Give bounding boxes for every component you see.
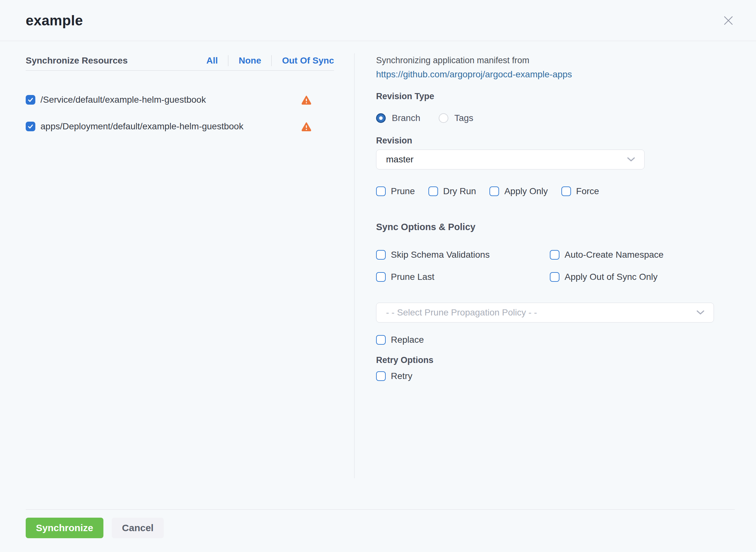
force-label: Force (576, 186, 599, 196)
skip-schema-validations-label: Skip Schema Validations (391, 250, 490, 260)
sync-flags: Prune Dry Run Apply Only Force (376, 186, 714, 196)
replace-checkbox[interactable] (376, 335, 386, 345)
radio-branch[interactable] (376, 113, 386, 123)
apply-only-checkbox[interactable] (490, 186, 499, 196)
check-icon (27, 123, 34, 130)
option-apply-out-of-sync-only: Apply Out of Sync Only (550, 272, 714, 282)
resources-heading: Synchronize Resources (26, 55, 127, 66)
prune-label: Prune (391, 186, 415, 196)
resource-row: apps/Deployment/default/example-helm-gue… (26, 121, 334, 132)
resource-label: /Service/default/example-helm-guestbook (40, 95, 206, 105)
radio-branch-label: Branch (392, 113, 420, 123)
page-title: example (26, 12, 83, 28)
retry-options-heading: Retry Options (376, 354, 714, 367)
sync-options-panel: Synchronizing application manifest from … (376, 41, 714, 381)
panel-divider (354, 53, 354, 478)
sync-options-grid: Skip Schema Validations Auto-Create Name… (376, 250, 714, 282)
resource-row: /Service/default/example-helm-guestbook (26, 95, 334, 105)
dry-run-label: Dry Run (443, 186, 476, 196)
option-auto-create-namespace: Auto-Create Namespace (550, 250, 714, 260)
warning-icon (301, 95, 312, 105)
sync-modal: example Synchronize Resources All None O… (0, 0, 756, 552)
prune-checkbox[interactable] (376, 186, 386, 196)
resource-checkbox[interactable] (26, 95, 35, 105)
chevron-down-icon (696, 310, 705, 315)
resources-header: Synchronize Resources All None Out Of Sy… (26, 54, 334, 71)
flag-dry-run: Dry Run (428, 186, 476, 196)
option-retry: Retry (376, 371, 714, 381)
revision-select[interactable]: master (376, 150, 645, 169)
resource-filters: All None Out Of Sync (206, 55, 334, 66)
warning-icon (301, 122, 312, 131)
filter-out-of-sync[interactable]: Out Of Sync (282, 55, 334, 66)
filter-none[interactable]: None (239, 55, 261, 66)
skip-schema-validations-checkbox[interactable] (376, 250, 386, 260)
revision-select-value: master (386, 154, 414, 165)
modal-content: Synchronize Resources All None Out Of Sy… (0, 41, 756, 381)
retry-label: Retry (391, 371, 412, 381)
option-replace: Replace (376, 335, 714, 345)
apply-out-of-sync-only-label: Apply Out of Sync Only (565, 272, 657, 282)
apply-only-label: Apply Only (504, 186, 548, 196)
flag-force: Force (561, 186, 599, 196)
option-skip-schema-validations: Skip Schema Validations (376, 250, 550, 260)
synchronize-button[interactable]: Synchronize (26, 518, 103, 538)
resource-label: apps/Deployment/default/example-helm-gue… (40, 121, 243, 132)
force-checkbox[interactable] (561, 186, 571, 196)
prune-propagation-policy-select[interactable]: - - Select Prune Propagation Policy - - (376, 303, 714, 322)
revision-type-options: Branch Tags (376, 112, 714, 125)
revision-type-label: Revision Type (376, 90, 714, 103)
radio-tags-label: Tags (454, 113, 473, 123)
close-icon[interactable] (722, 14, 735, 27)
check-icon (27, 97, 34, 103)
cancel-button[interactable]: Cancel (112, 518, 164, 538)
prune-last-checkbox[interactable] (376, 272, 386, 282)
resources-panel: Synchronize Resources All None Out Of Sy… (26, 41, 334, 381)
apply-out-of-sync-only-checkbox[interactable] (550, 272, 559, 282)
filter-all[interactable]: All (206, 55, 218, 66)
modal-header: example (0, 0, 756, 41)
auto-create-namespace-checkbox[interactable] (550, 250, 559, 260)
option-prune-last: Prune Last (376, 272, 550, 282)
replace-label: Replace (391, 335, 424, 345)
filter-separator (272, 55, 272, 66)
flag-prune: Prune (376, 186, 415, 196)
prune-last-label: Prune Last (391, 272, 434, 282)
revision-label: Revision (376, 134, 714, 147)
sync-options-heading: Sync Options & Policy (376, 221, 714, 233)
repo-link[interactable]: https://github.com/argoproj/argocd-examp… (376, 67, 572, 82)
radio-tags[interactable] (439, 113, 448, 123)
manifest-source-label: Synchronizing application manifest from (376, 54, 714, 67)
retry-checkbox[interactable] (376, 371, 386, 381)
modal-footer: Synchronize Cancel (26, 509, 735, 538)
prune-propagation-policy-placeholder: - - Select Prune Propagation Policy - - (386, 307, 537, 318)
chevron-down-icon (627, 157, 635, 162)
dry-run-checkbox[interactable] (428, 186, 438, 196)
resource-checkbox[interactable] (26, 122, 35, 131)
auto-create-namespace-label: Auto-Create Namespace (565, 250, 663, 260)
flag-apply-only: Apply Only (490, 186, 548, 196)
filter-separator (228, 55, 228, 66)
